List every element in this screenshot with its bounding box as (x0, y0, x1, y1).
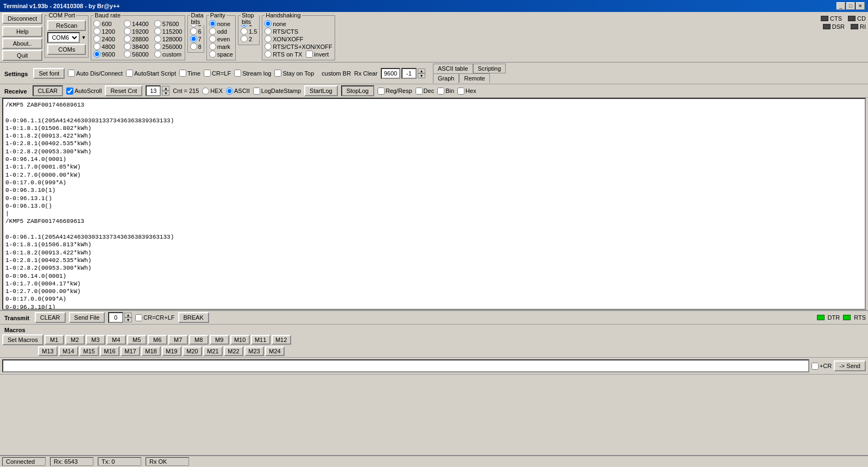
stream-log-check[interactable] (234, 70, 241, 77)
plus-cr-check[interactable] (812, 363, 819, 370)
macro-m13[interactable]: M13 (38, 346, 58, 356)
macro-m3[interactable]: M3 (86, 335, 105, 345)
transmit-up[interactable]: ▲ (124, 313, 132, 317)
macro-m1[interactable]: M1 (45, 335, 64, 345)
macro-m8[interactable]: M8 (189, 335, 209, 345)
remote-tab[interactable]: Remote (459, 73, 490, 83)
macro-m20[interactable]: M20 (183, 346, 202, 356)
baud-57600[interactable] (154, 20, 161, 27)
hs-rts-cts[interactable] (265, 28, 272, 35)
baud-256000[interactable] (154, 43, 161, 50)
rx-clear-up[interactable]: ▲ (418, 69, 425, 73)
parity-even[interactable] (209, 35, 216, 42)
macro-m24[interactable]: M24 (265, 346, 285, 356)
macro-m11[interactable]: M11 (251, 335, 271, 345)
stop-log-button[interactable]: StopLog (341, 85, 374, 96)
macro-m17[interactable]: M17 (121, 346, 140, 356)
baud-128000[interactable] (154, 35, 161, 42)
databits-8[interactable] (190, 43, 197, 50)
graph-tab[interactable]: Graph (433, 73, 460, 83)
bin-check[interactable] (437, 88, 444, 95)
parity-odd[interactable] (209, 28, 216, 35)
close-button[interactable]: ✕ (856, 2, 865, 10)
baud-9600[interactable] (93, 51, 100, 58)
macro-m6[interactable]: M6 (148, 335, 167, 345)
transmit-down[interactable]: ▼ (124, 317, 132, 322)
send-file-button[interactable]: Send File (69, 312, 105, 323)
ascii-radio[interactable] (226, 88, 233, 95)
macro-m15[interactable]: M15 (79, 346, 99, 356)
stopbits-1-5[interactable] (241, 28, 248, 35)
baud-19200[interactable] (124, 28, 131, 35)
macro-m10[interactable]: M10 (230, 335, 250, 345)
invert-checkbox[interactable] (306, 51, 313, 58)
send-button[interactable]: -> Send (834, 360, 866, 371)
send-text-input[interactable] (2, 359, 809, 372)
stay-on-top-check[interactable] (274, 70, 281, 77)
parity-mark[interactable] (209, 43, 216, 50)
macro-m16[interactable]: M16 (100, 346, 119, 356)
custom-br-input[interactable] (381, 68, 400, 79)
macro-m21[interactable]: M21 (203, 346, 223, 356)
maximize-button[interactable]: □ (846, 2, 855, 10)
rx-clear-down[interactable]: ▼ (418, 73, 425, 78)
baud-600[interactable] (93, 20, 100, 27)
receive-clear-button[interactable]: CLEAR (33, 85, 64, 96)
baud-1200[interactable] (93, 28, 100, 35)
set-macros-button[interactable]: Set Macros (2, 334, 43, 345)
macro-m7[interactable]: M7 (168, 335, 188, 345)
stopbits-2[interactable] (241, 35, 248, 42)
dec-check[interactable] (416, 88, 423, 95)
baud-14400[interactable] (124, 20, 131, 27)
coms-button[interactable]: COMs (47, 44, 86, 55)
baud-custom[interactable] (154, 51, 161, 58)
macro-m5[interactable]: M5 (127, 335, 147, 345)
transmit-value-input[interactable] (108, 312, 123, 323)
databits-7[interactable] (190, 35, 197, 42)
macro-m12[interactable]: M12 (272, 335, 291, 345)
reset-cnt-button[interactable]: Reset Cnt (105, 85, 142, 96)
parity-space[interactable] (209, 51, 216, 58)
cnt-down[interactable]: ▼ (162, 91, 169, 96)
macro-m18[interactable]: M18 (141, 346, 161, 356)
hs-xon-xoff[interactable] (265, 35, 272, 42)
baud-4800[interactable] (93, 43, 100, 50)
cr-cr-lf-check[interactable] (135, 314, 142, 321)
hs-rts-tx[interactable] (265, 51, 272, 58)
ascii-table-tab[interactable]: ASCII table (433, 64, 473, 73)
hs-rts-cts-xon-xoff[interactable] (265, 43, 272, 50)
baud-115200[interactable] (154, 28, 161, 35)
set-font-button[interactable]: Set font (33, 68, 65, 79)
macro-m9[interactable]: M9 (210, 335, 229, 345)
parity-none[interactable] (209, 20, 216, 27)
hex-radio[interactable] (202, 88, 209, 95)
hs-none[interactable] (265, 20, 272, 27)
databits-6[interactable] (190, 28, 197, 35)
baud-28800[interactable] (124, 35, 131, 42)
disconnect-button[interactable]: Disconnect (2, 13, 42, 24)
macro-m14[interactable]: M14 (59, 346, 78, 356)
macro-m22[interactable]: M22 (224, 346, 243, 356)
reg-resp-check[interactable] (378, 88, 385, 95)
transmit-clear-button[interactable]: CLEAR (35, 312, 66, 323)
auto-scroll-check[interactable] (66, 88, 73, 95)
macro-m4[interactable]: M4 (106, 335, 126, 345)
time-check[interactable] (179, 70, 186, 77)
break-button[interactable]: BREAK (178, 312, 209, 323)
help-button[interactable]: Help (2, 26, 42, 37)
baud-38400[interactable] (124, 43, 131, 50)
com-port-select[interactable]: COM6 COM1COM2COM3 COM4COM5 (47, 32, 80, 43)
minimize-button[interactable]: _ (836, 2, 845, 10)
cnt-input[interactable] (146, 85, 161, 96)
rx-clear-input[interactable] (401, 68, 417, 79)
rescan-button[interactable]: ReScan (47, 20, 86, 31)
macro-m19[interactable]: M19 (162, 346, 181, 356)
quit-button[interactable]: Quit (2, 50, 42, 61)
hex2-check[interactable] (457, 88, 464, 95)
auto-start-script-check[interactable] (126, 70, 133, 77)
about-button[interactable]: About.. (2, 38, 42, 49)
log-date-stamp-check[interactable] (253, 88, 260, 95)
auto-dis-connect-check[interactable] (68, 70, 75, 77)
cnt-up[interactable]: ▲ (162, 86, 169, 91)
scripting-tab[interactable]: Scripting (473, 64, 506, 73)
